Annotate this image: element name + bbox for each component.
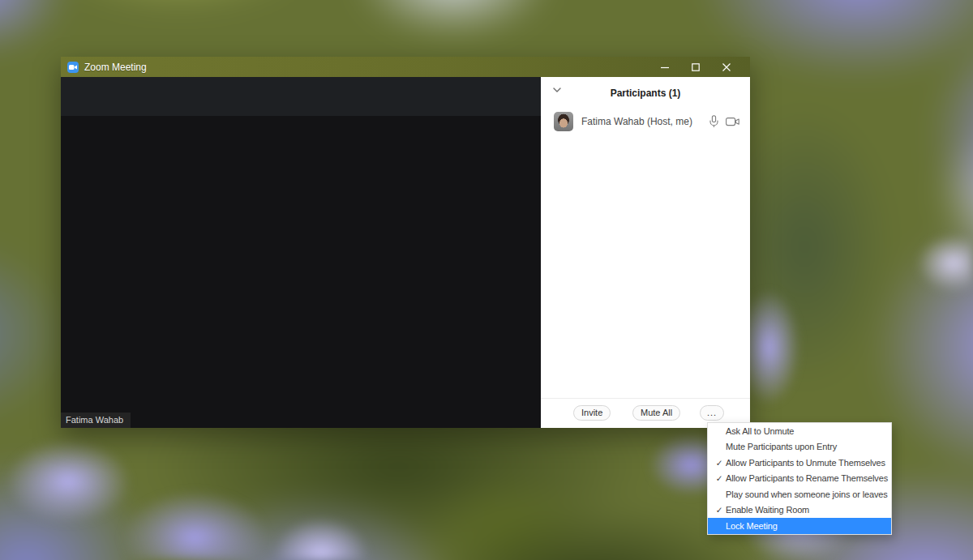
chevron-down-icon[interactable] <box>553 88 561 92</box>
window-controls <box>649 57 742 77</box>
menu-item[interactable]: ✓ Play sound when someone joins or leave… <box>708 486 891 502</box>
menu-item-label: Play sound when someone joins or leaves <box>726 489 888 499</box>
menu-item[interactable]: ✓ Allow Participants to Unmute Themselve… <box>708 455 891 471</box>
close-icon <box>722 63 731 71</box>
participant-name: Fatima Wahab (Host, me) <box>581 116 709 127</box>
camera-icon <box>726 117 739 126</box>
video-name-tag: Fatima Wahab <box>61 413 131 428</box>
menu-item-label: Allow Participants to Unmute Themselves <box>726 458 885 468</box>
maximize-button[interactable] <box>680 57 711 77</box>
menu-item-label: Lock Meeting <box>726 521 778 531</box>
checkmark-icon: ✓ <box>713 458 726 468</box>
menu-item[interactable]: ✓ Enable Waiting Room <box>708 502 891 519</box>
participant-status-icons <box>709 115 739 128</box>
participants-title: Participants (1) <box>611 88 681 99</box>
zoom-app-icon <box>67 62 79 73</box>
window-titlebar[interactable]: Zoom Meeting <box>61 57 750 77</box>
menu-item-label: Allow Participants to Rename Themselves <box>726 473 888 483</box>
close-button[interactable] <box>711 57 742 77</box>
checkmark-icon: ✓ <box>713 505 726 515</box>
menu-item-label: Mute Participants upon Entry <box>726 442 837 451</box>
mic-icon <box>709 115 718 128</box>
zoom-meeting-window: Zoom Meeting Fatima Wahab Participants (… <box>61 57 750 428</box>
checkmark-icon: ✓ <box>713 473 726 483</box>
menu-item[interactable]: ✓ Allow Participants to Rename Themselve… <box>708 471 891 487</box>
participants-panel: Participants (1) Fatima Wahab (Host, me) <box>541 77 750 428</box>
video-area: Fatima Wahab <box>61 77 541 428</box>
maximize-icon <box>692 63 700 71</box>
menu-item[interactable]: ✓ Lock Meeting <box>708 518 891 534</box>
minimize-icon <box>661 63 669 71</box>
video-top-strip <box>61 77 541 116</box>
avatar <box>554 112 573 131</box>
menu-item[interactable]: ✓ Ask All to Unmute <box>708 423 891 439</box>
menu-item[interactable]: ✓ Mute Participants upon Entry <box>708 439 891 455</box>
window-title: Zoom Meeting <box>84 62 649 73</box>
context-menu: ✓ Ask All to Unmute ✓ Mute Participants … <box>707 422 892 535</box>
invite-button[interactable]: Invite <box>573 405 611 421</box>
menu-item-label: Enable Waiting Room <box>726 505 809 515</box>
participant-row[interactable]: Fatima Wahab (Host, me) <box>541 109 750 134</box>
more-options-button[interactable]: ... <box>700 405 724 421</box>
menu-item-label: Ask All to Unmute <box>726 426 794 436</box>
minimize-button[interactable] <box>649 57 680 77</box>
participants-panel-header: Participants (1) <box>541 77 750 109</box>
mute-all-button[interactable]: Mute All <box>632 405 680 421</box>
